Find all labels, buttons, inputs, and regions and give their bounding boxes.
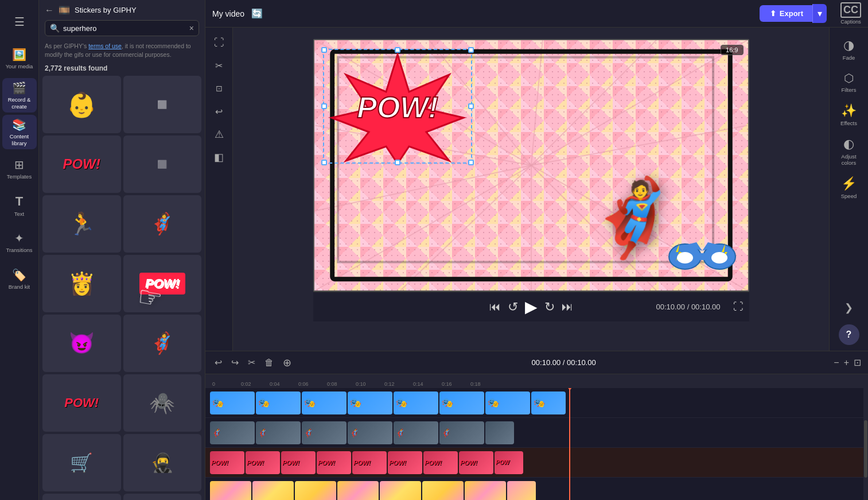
sticker-item-cart[interactable]: 🛒 — [42, 434, 121, 491]
clip-pow-3[interactable]: POW! — [281, 451, 316, 474]
sidebar-item-brand-kit[interactable]: 🏷️ Brand kit — [2, 262, 37, 296]
clip-hero-7[interactable] — [485, 421, 514, 444]
pow-sticker-svg[interactable]: POW! — [326, 52, 469, 166]
video-frame[interactable]: POW! 🦸 — [313, 39, 749, 292]
sticker-item-gray[interactable]: ⬜ — [123, 76, 202, 133]
sidebar-item-text[interactable]: T Text — [2, 188, 37, 223]
sticker-item-baby[interactable]: 👶 — [42, 76, 121, 133]
crop-tool[interactable]: ⛶ — [209, 32, 229, 53]
track-pow-content: POW! POW! POW! POW! POW! POW! POW! POW! … — [210, 450, 523, 475]
clip-comic-1[interactable] — [210, 481, 251, 501]
redo-button[interactable]: ↪ — [229, 355, 241, 370]
warning-tool[interactable]: ⚠ — [209, 124, 229, 145]
sidebar-item-content-library[interactable]: 📚 Content library — [2, 115, 37, 149]
clip-comic-8[interactable] — [507, 481, 536, 501]
zoom-out-button[interactable]: − — [834, 358, 839, 368]
undo-canvas[interactable]: ↩ — [209, 101, 229, 122]
zoom-in-button[interactable]: + — [844, 358, 849, 368]
clip-pow-8[interactable]: POW! — [459, 451, 493, 474]
clip-hero-4[interactable]: 🦸 — [348, 421, 392, 444]
clip-mask-6[interactable]: 🎭 — [439, 392, 484, 414]
rewind-button[interactable]: ↺ — [508, 300, 518, 315]
clear-search-button[interactable]: × — [189, 24, 194, 33]
clip-comic-4[interactable] — [337, 481, 379, 501]
clip-hero-5[interactable]: 🦸 — [394, 421, 438, 444]
sidebar-item-templates[interactable]: ⊞ Templates — [2, 152, 37, 186]
clip-comic-2[interactable] — [252, 481, 294, 501]
video-preview: POW! 🦸 — [233, 28, 829, 351]
speed-tool[interactable]: ⚡ Speed — [832, 172, 866, 204]
sticker-item-villain[interactable]: 😈 — [42, 315, 121, 372]
giphy-terms-link[interactable]: terms of use — [88, 42, 122, 49]
clip-mask-3[interactable]: 🎭 — [302, 392, 347, 414]
skip-start-button[interactable]: ⏮ — [489, 300, 501, 313]
sticker-item-mask2[interactable]: 🦸 — [123, 315, 202, 372]
sidebar-item-transitions[interactable]: ✦ Transitions — [2, 225, 37, 259]
clip-comic-6[interactable] — [422, 481, 464, 501]
clip-pow-6[interactable]: POW! — [388, 451, 422, 474]
delete-button[interactable]: 🗑 — [262, 355, 276, 370]
scrollbar-thumb[interactable] — [864, 420, 867, 478]
back-button[interactable]: ← — [45, 5, 54, 15]
effects-tool[interactable]: ✨ Effects — [832, 99, 866, 131]
skip-end-button[interactable]: ⏭ — [562, 300, 573, 313]
timeline-scrollbar[interactable] — [863, 374, 868, 500]
sticker-item-gray2[interactable]: ⬜ — [123, 135, 202, 193]
clip-pow-2[interactable]: POW! — [246, 451, 280, 474]
sticker-item-bat-logo[interactable]: 🦇 — [42, 494, 121, 500]
sidebar-item-your-media[interactable]: 🖼️ Your media — [2, 41, 37, 76]
sticker-item-wow[interactable]: 😮 — [123, 494, 202, 500]
sticker-item-spider[interactable]: 🕷️ — [123, 374, 202, 432]
sidebar-item-record[interactable]: 🎬 Record &create — [2, 78, 37, 113]
clip-mask-4[interactable]: 🎭 — [348, 392, 392, 414]
sticker-item-dark2[interactable]: 🥷 — [123, 434, 202, 491]
clip-pow-5[interactable]: POW! — [352, 451, 387, 474]
clip-hero-3[interactable]: 🦸 — [302, 421, 347, 444]
timeline-toolbar: ↩ ↪ ✂ 🗑 ⊕ 00:10.00 / 00:10.00 − + ⊡ — [205, 351, 868, 374]
sticker-item-fly[interactable]: 🦸 — [123, 195, 202, 253]
sticker-item-pow-red[interactable]: POW! — [42, 135, 121, 193]
sidebar-item-hamburger[interactable]: ☰ — [2, 5, 37, 39]
trim-tool[interactable]: ✂ — [209, 55, 229, 76]
mask-sticker[interactable] — [668, 239, 737, 276]
clip-comic-5[interactable] — [380, 481, 421, 501]
captions-button[interactable]: CC Captions — [840, 2, 861, 25]
clip-hero-2[interactable]: 🦸 — [256, 421, 301, 444]
clip-mask-8[interactable]: 🎭 — [531, 392, 566, 414]
search-input[interactable] — [63, 24, 186, 33]
resize-tool[interactable]: ⊡ — [209, 78, 229, 99]
sticker-item-pow3[interactable]: POW! — [42, 374, 121, 432]
filters-tool[interactable]: ⬡ Filters — [832, 67, 866, 98]
clip-pow-9[interactable]: POW — [495, 451, 523, 474]
clip-pow-7[interactable]: POW! — [423, 451, 458, 474]
aspect-ratio-badge[interactable]: 16:9 — [721, 45, 743, 55]
export-dropdown-button[interactable]: ▾ — [812, 4, 827, 23]
clip-mask-5[interactable]: 🎭 — [394, 392, 438, 414]
clip-hero-6[interactable]: 🦸 — [439, 421, 484, 444]
adjust-colors-tool[interactable]: ◐ Adjustcolors — [832, 132, 866, 170]
sticker-item-run[interactable]: 🏃 — [42, 195, 121, 253]
clip-thumb-3: 🎭 — [302, 397, 318, 408]
fade-tool[interactable]: ◑ Fade — [832, 33, 866, 65]
align-tool[interactable]: ◧ — [209, 147, 229, 168]
add-media-button[interactable]: ⊕ — [281, 354, 294, 371]
clip-mask-1[interactable]: 🎭 — [210, 392, 255, 414]
sticker-item-pow-burst[interactable]: POW! Add to timeline — [123, 255, 202, 312]
play-button[interactable]: ▶ — [525, 297, 538, 316]
cut-button[interactable]: ✂ — [246, 355, 258, 370]
clip-mask-2[interactable]: 🎭 — [256, 392, 301, 414]
clip-comic-3[interactable] — [295, 481, 336, 501]
fit-timeline-button[interactable]: ⊡ — [854, 357, 861, 368]
clip-pow-1[interactable]: POW! — [210, 451, 244, 474]
sticker-item-wonder[interactable]: 👸 — [42, 255, 121, 312]
clip-hero-1[interactable]: 🦸 — [210, 421, 255, 444]
export-button[interactable]: ⬆ Export — [760, 5, 813, 22]
forward-button[interactable]: ↻ — [544, 300, 555, 315]
help-button[interactable]: ? — [839, 324, 859, 345]
clip-mask-7[interactable]: 🎭 — [485, 392, 530, 414]
fullscreen-button[interactable]: ⛶ — [733, 301, 744, 313]
clip-comic-7[interactable] — [465, 481, 506, 501]
undo-button[interactable]: ↩ — [212, 355, 224, 370]
collapse-panel-button[interactable]: ❯ — [840, 297, 858, 319]
clip-pow-4[interactable]: POW! — [317, 451, 351, 474]
